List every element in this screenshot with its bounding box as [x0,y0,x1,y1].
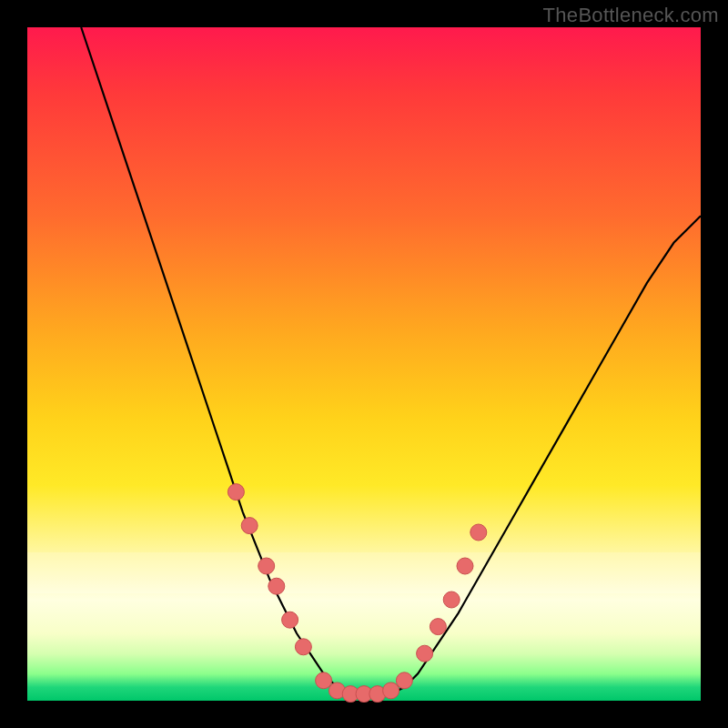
plot-area [27,27,701,701]
app-frame: TheBottleneck.com [0,0,728,728]
light-band [27,552,701,592]
watermark-text: TheBottleneck.com [543,4,719,27]
